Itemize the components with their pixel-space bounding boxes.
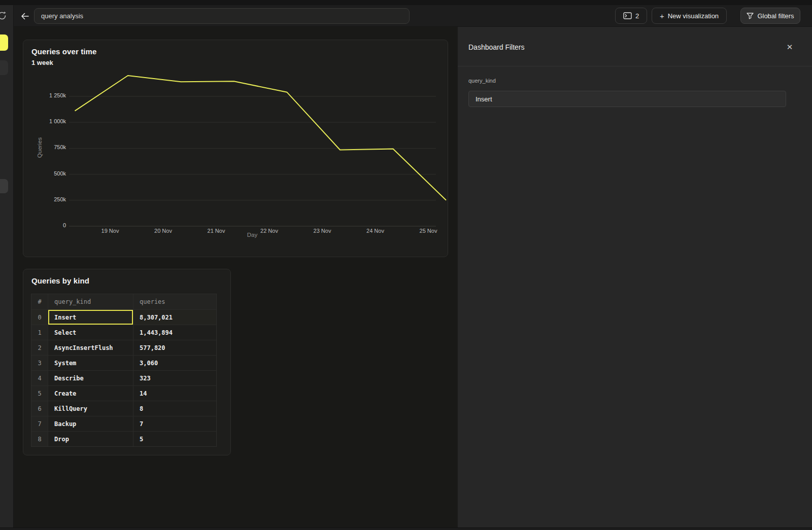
close-icon[interactable]: ✕ <box>784 41 796 53</box>
table-card-queries-by-kind: Queries by kind #query_kindqueries0Inser… <box>23 269 231 455</box>
table-row: 4Describe323 <box>31 370 216 385</box>
x-axis-tick-label: 23 Nov <box>302 228 343 234</box>
row-index-cell: 5 <box>31 385 48 401</box>
y-axis-tick-label: 1 250k <box>35 92 66 98</box>
y-axis-tick-label: 750k <box>35 144 66 150</box>
filters-panel-title: Dashboard Filters <box>468 43 525 51</box>
table-row: 3System3,060 <box>31 355 216 370</box>
table-header-cell: queries <box>133 294 216 309</box>
queries-count-cell[interactable]: 5 <box>133 431 216 446</box>
sidebar-item[interactable] <box>0 179 8 193</box>
console-icon <box>623 12 632 19</box>
left-icon-rail <box>0 5 14 527</box>
queries-line-series <box>75 76 447 200</box>
queries-count-cell[interactable]: 8,307,021 <box>133 309 216 325</box>
table-row: 7Backup7 <box>31 416 216 431</box>
x-axis-tick-label: 21 Nov <box>196 228 236 234</box>
top-bar: 2 + New visualization Global filters <box>14 5 812 27</box>
table-header-row: #query_kindqueries <box>31 294 216 309</box>
table-row: 8Drop5 <box>31 431 216 446</box>
plus-icon: + <box>660 12 664 20</box>
query-kind-cell[interactable]: Drop <box>48 431 133 446</box>
row-index-cell: 1 <box>31 325 48 340</box>
refresh-icon-glyph <box>0 11 7 21</box>
row-index-cell: 8 <box>31 431 48 446</box>
filter-query-kind-input[interactable] <box>468 91 786 107</box>
filter-funnel-icon <box>747 13 754 19</box>
y-axis-tick-label: 250k <box>35 196 66 202</box>
row-index-cell: 0 <box>31 309 48 325</box>
row-index-cell: 3 <box>31 355 48 370</box>
dashboard-canvas: Queries over time 1 week Queries Day 025… <box>14 27 457 527</box>
global-filters-label: Global filters <box>757 12 794 20</box>
queries-count-cell[interactable]: 3,060 <box>133 355 216 370</box>
query-kind-cell[interactable]: Select <box>48 325 133 340</box>
table-row: 6KillQuery8 <box>31 401 216 416</box>
new-visualization-label: New visualization <box>668 12 719 20</box>
window-bottom-edge <box>0 527 812 530</box>
table-row: 1Select1,443,894 <box>31 325 216 340</box>
query-kind-cell[interactable]: System <box>48 355 133 370</box>
queries-count-cell[interactable]: 1,443,894 <box>133 325 216 340</box>
console-count-button[interactable]: 2 <box>615 8 647 24</box>
new-visualization-button[interactable]: + New visualization <box>652 8 727 24</box>
dashboard-title-input[interactable] <box>34 8 410 24</box>
global-filters-button[interactable]: Global filters <box>740 8 800 24</box>
row-index-cell: 4 <box>31 370 48 385</box>
row-index-cell: 6 <box>31 401 48 416</box>
x-axis-tick-label: 22 Nov <box>249 228 290 234</box>
table-title: Queries by kind <box>31 276 89 285</box>
x-axis-tick-label: 19 Nov <box>90 228 130 234</box>
query-kind-cell[interactable]: Insert <box>48 309 133 325</box>
console-count-value: 2 <box>635 12 639 20</box>
refresh-icon[interactable] <box>0 11 7 22</box>
x-axis-tick-label: 25 Nov <box>408 228 449 234</box>
table-header-cell: # <box>31 294 48 309</box>
x-axis-tick-label: 24 Nov <box>355 228 396 234</box>
chart-plot-area <box>23 40 449 243</box>
window-chrome-strip <box>0 0 812 5</box>
query-kind-cell[interactable]: Backup <box>48 416 133 431</box>
queries-count-cell[interactable]: 577,820 <box>133 340 216 355</box>
x-axis-tick-label: 20 Nov <box>143 228 184 234</box>
queries-count-cell[interactable]: 8 <box>133 401 216 416</box>
row-index-cell: 2 <box>31 340 48 355</box>
y-axis-tick-label: 500k <box>35 170 66 176</box>
queries-by-kind-table: #query_kindqueries0Insert8,307,0211Selec… <box>31 294 217 447</box>
filter-field-label: query_kind <box>468 78 496 84</box>
query-kind-cell[interactable]: Describe <box>48 370 133 385</box>
queries-count-cell[interactable]: 323 <box>133 370 216 385</box>
y-axis-tick-label: 1 000k <box>35 118 66 124</box>
row-index-cell: 7 <box>31 416 48 431</box>
app-window: 2 + New visualization Global filters Que… <box>0 0 812 530</box>
query-kind-cell[interactable]: Create <box>48 385 133 401</box>
sidebar-item-dashboard-active[interactable] <box>0 34 8 51</box>
queries-line-chart[interactable]: Queries Day 0250k500k750k1 000k1 250k19 … <box>23 40 448 257</box>
sidebar-item[interactable] <box>0 60 8 75</box>
table-row: 2AsyncInsertFlush577,820 <box>31 340 216 355</box>
queries-count-cell[interactable]: 7 <box>133 416 216 431</box>
filters-panel-header: Dashboard Filters ✕ <box>458 27 812 66</box>
query-kind-cell[interactable]: KillQuery <box>48 401 133 416</box>
table-header-cell: query_kind <box>48 294 133 309</box>
dashboard-filters-panel: Dashboard Filters ✕ query_kind <box>457 27 812 527</box>
queries-count-cell[interactable]: 14 <box>133 385 216 401</box>
query-kind-cell[interactable]: AsyncInsertFlush <box>48 340 133 355</box>
arrow-left-icon <box>20 12 29 20</box>
back-button[interactable] <box>18 10 31 23</box>
chart-card-queries-over-time: Queries over time 1 week Queries Day 025… <box>23 40 448 257</box>
y-axis-tick-label: 0 <box>35 222 66 228</box>
table-row: 5Create14 <box>31 385 216 401</box>
table-row: 0Insert8,307,021 <box>31 309 216 325</box>
